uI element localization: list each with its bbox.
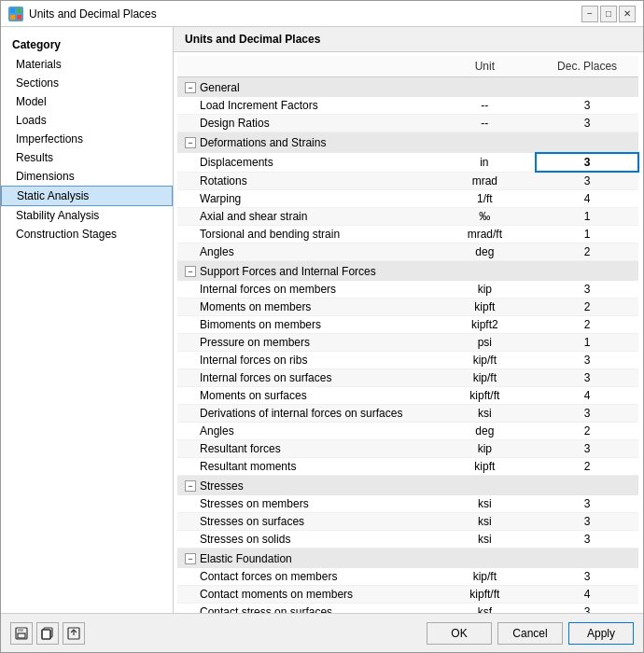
row-dec: 2 (536, 423, 638, 440)
col-header-unit: Unit (433, 56, 536, 77)
row-unit: -- (433, 97, 536, 115)
row-unit: kip/ft (433, 352, 536, 369)
table-row[interactable]: Contact moments on members kipft/ft 4 (177, 586, 638, 604)
sidebar-item-model[interactable]: Model (1, 92, 173, 111)
table-row[interactable]: Warping 1/ft 4 (177, 190, 638, 208)
table-row[interactable]: Angles deg 2 (177, 243, 638, 261)
table-row[interactable]: Axial and shear strain ‰ 1 (177, 208, 638, 226)
row-unit: mrad (433, 172, 536, 190)
row-dec: 1 (536, 226, 638, 243)
units-table: Unit Dec. Places − General Load Incremen… (177, 56, 639, 613)
table-row[interactable]: Contact forces on members kip/ft 3 (177, 568, 638, 586)
row-name: Stresses on members (177, 495, 433, 513)
collapse-btn-general[interactable]: − (185, 82, 196, 93)
table-row[interactable]: Resultant moments kipft 2 (177, 458, 638, 476)
row-unit: kip/ft (433, 568, 536, 586)
row-unit: kip/ft (433, 369, 536, 387)
row-unit: kipft/ft (433, 586, 536, 604)
minimize-button[interactable]: − (581, 6, 598, 22)
table-row[interactable]: Stresses on surfaces ksi 3 (177, 513, 638, 531)
table-row[interactable]: Pressure on members psi 1 (177, 334, 638, 352)
row-unit: kipft (433, 458, 536, 476)
table-row[interactable]: Moments on surfaces kipft/ft 4 (177, 387, 638, 405)
table-row[interactable]: Angles deg 2 (177, 423, 638, 440)
row-name: Moments on surfaces (177, 387, 433, 405)
table-row[interactable]: Design Ratios -- 3 (177, 115, 638, 132)
row-name: Rotations (177, 172, 433, 190)
row-unit: deg (433, 243, 536, 261)
row-name: Internal forces on ribs (177, 352, 433, 369)
sidebar-item-sections[interactable]: Sections (1, 74, 173, 92)
svg-rect-2 (10, 15, 15, 20)
row-dec: 3 (536, 405, 638, 423)
row-unit: psi (433, 334, 536, 352)
table-container[interactable]: Unit Dec. Places − General Load Incremen… (174, 52, 643, 613)
table-row[interactable]: Bimoments on members kipft2 2 (177, 316, 638, 334)
svg-rect-3 (17, 15, 21, 20)
section-label-stresses: Stresses (200, 479, 244, 493)
row-name: Resultant moments (177, 458, 433, 476)
row-unit: ksi (433, 405, 536, 423)
row-name: Pressure on members (177, 334, 433, 352)
row-name: Derivations of internal forces on surfac… (177, 405, 433, 423)
bottom-icons (10, 622, 85, 645)
row-name: Bimoments on members (177, 316, 433, 334)
ok-button[interactable]: OK (427, 622, 492, 645)
col-header-dec: Dec. Places (536, 56, 638, 77)
icon-button-3[interactable] (63, 622, 85, 645)
sidebar-item-construction-stages[interactable]: Construction Stages (1, 225, 173, 243)
row-unit: ksf (433, 604, 536, 614)
row-unit: in (433, 153, 536, 172)
sidebar-item-stability-analysis[interactable]: Stability Analysis (1, 206, 173, 225)
sidebar-item-materials[interactable]: Materials (1, 55, 173, 74)
cancel-button[interactable]: Cancel (497, 622, 563, 645)
sidebar-item-loads[interactable]: Loads (1, 111, 173, 130)
table-row[interactable]: Stresses on members ksi 3 (177, 495, 638, 513)
main-panel: Units and Decimal Places Unit Dec. Place… (174, 27, 643, 613)
row-name: Angles (177, 423, 433, 440)
row-name: Contact stress on surfaces (177, 604, 433, 614)
row-dec: 1 (536, 208, 638, 226)
icon-button-1[interactable] (10, 622, 33, 645)
table-row[interactable]: Derivations of internal forces on surfac… (177, 405, 638, 423)
table-row[interactable]: Internal forces on members kip 3 (177, 281, 638, 299)
table-row[interactable]: Contact stress on surfaces ksf 3 (177, 604, 638, 614)
row-dec: 3 (536, 369, 638, 387)
row-unit: kipft (433, 299, 536, 316)
svg-rect-1 (17, 8, 21, 13)
col-header-name (177, 56, 433, 77)
collapse-btn-deformations-strains[interactable]: − (185, 137, 196, 148)
table-row[interactable]: Displacements in 3 (177, 153, 638, 172)
app-icon (8, 7, 23, 21)
maximize-button[interactable]: □ (600, 6, 617, 22)
sidebar-item-results[interactable]: Results (1, 148, 173, 167)
close-button[interactable]: ✕ (619, 6, 636, 22)
table-row[interactable]: Moments on members kipft 2 (177, 299, 638, 316)
row-name: Contact forces on members (177, 568, 433, 586)
sidebar-item-imperfections[interactable]: Imperfections (1, 130, 173, 148)
row-dec: 4 (536, 586, 638, 604)
collapse-btn-support-internal[interactable]: − (185, 266, 196, 277)
table-row[interactable]: Load Increment Factors -- 3 (177, 97, 638, 115)
icon-button-2[interactable] (36, 622, 59, 645)
apply-button[interactable]: Apply (568, 622, 634, 645)
row-name: Torsional and bending strain (177, 226, 433, 243)
section-header-deformations-strains: − Deformations and Strains (177, 132, 638, 154)
row-dec[interactable]: 3 (536, 153, 638, 172)
row-dec: 3 (536, 531, 638, 549)
row-name: Displacements (177, 153, 433, 172)
row-name: Contact moments on members (177, 586, 433, 604)
collapse-btn-elastic-foundation[interactable]: − (185, 553, 196, 564)
section-header-elastic-foundation: − Elastic Foundation (177, 549, 638, 569)
table-row[interactable]: Torsional and bending strain mrad/ft 1 (177, 226, 638, 243)
table-row[interactable]: Rotations mrad 3 (177, 172, 638, 190)
row-unit: 1/ft (433, 190, 536, 208)
table-row[interactable]: Resultant forces kip 3 (177, 440, 638, 458)
table-row[interactable]: Internal forces on surfaces kip/ft 3 (177, 369, 638, 387)
table-row[interactable]: Internal forces on ribs kip/ft 3 (177, 352, 638, 369)
table-row[interactable]: Stresses on solids ksi 3 (177, 531, 638, 549)
row-unit: kip (433, 281, 536, 299)
collapse-btn-stresses[interactable]: − (185, 480, 196, 492)
sidebar-item-static-analysis[interactable]: Static Analysis (1, 186, 173, 206)
sidebar-item-dimensions[interactable]: Dimensions (1, 167, 173, 186)
